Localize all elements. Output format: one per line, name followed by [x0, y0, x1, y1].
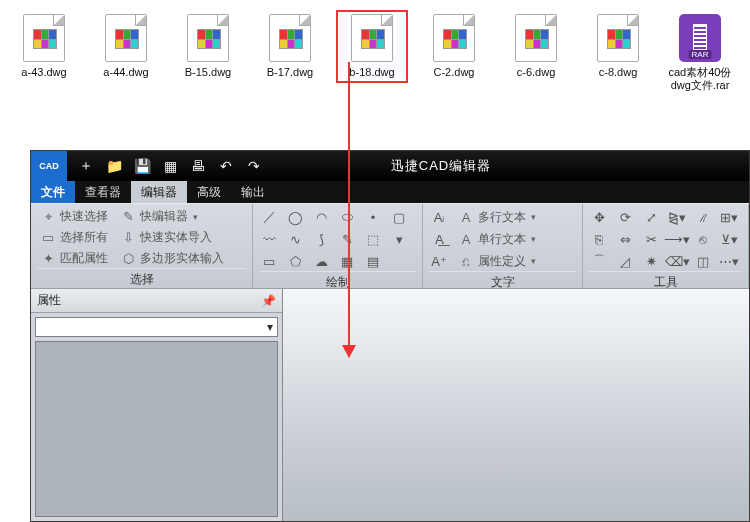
- quick-access-toolbar: ＋ 📁 💾 ▦ 🖶 ↶ ↷: [67, 157, 273, 175]
- mtext-button[interactable]: A多行文本▾: [455, 208, 539, 227]
- rotate-icon[interactable]: ⟳: [615, 207, 635, 227]
- match-icon: ✦: [40, 251, 56, 267]
- quick-edit-button[interactable]: ✎快编辑器▾: [117, 207, 201, 226]
- select-all-button[interactable]: ▭选择所有: [37, 228, 111, 247]
- tab-output[interactable]: 输出: [231, 181, 275, 203]
- import-icon: ⇩: [120, 230, 136, 246]
- chevron-down-icon: ▾: [531, 256, 536, 266]
- poly-input-button[interactable]: ⬡多边形实体输入: [117, 249, 227, 268]
- group-label-text: 文字: [429, 271, 576, 291]
- cursor-icon: ⌖: [40, 209, 56, 225]
- match-attr-button[interactable]: ✦匹配属性: [37, 249, 111, 268]
- undo-icon[interactable]: ↶: [217, 157, 235, 175]
- move-icon[interactable]: ✥: [589, 207, 609, 227]
- chevron-down-icon: ▾: [531, 234, 536, 244]
- erase-icon[interactable]: ⌫▾: [667, 251, 687, 271]
- tab-file[interactable]: 文件: [31, 181, 75, 203]
- ellipse-icon[interactable]: ⬭: [337, 207, 357, 227]
- panel-header: 属性 📌: [31, 289, 282, 313]
- file-item-7[interactable]: c-8.dwg: [586, 14, 650, 79]
- spline-icon[interactable]: ∿: [285, 229, 305, 249]
- trim-icon[interactable]: ✂: [641, 229, 661, 249]
- panel-body: [35, 341, 278, 517]
- array-icon[interactable]: ⊞▾: [719, 207, 739, 227]
- dwg-icon: [105, 14, 147, 62]
- hatch-icon[interactable]: ▦: [337, 251, 357, 271]
- save-icon[interactable]: 💾: [133, 157, 151, 175]
- attr-icon: ⎌: [458, 253, 474, 269]
- file-item-3[interactable]: B-17.dwg: [258, 14, 322, 79]
- property-combo[interactable]: ▾: [35, 317, 278, 337]
- file-item-2[interactable]: B-15.dwg: [176, 14, 240, 79]
- mirror-icon[interactable]: ⧎▾: [667, 207, 687, 227]
- mtext-label: 多行文本: [478, 209, 526, 226]
- cloud-icon[interactable]: ☁: [311, 251, 331, 271]
- redo-icon[interactable]: ↷: [245, 157, 263, 175]
- file-item-8[interactable]: RARcad素材40份dwg文件.rar: [668, 14, 732, 92]
- arc-icon[interactable]: ◠: [311, 207, 331, 227]
- print-icon[interactable]: 🖶: [189, 157, 207, 175]
- quick-import-label: 快速实体导入: [140, 229, 212, 246]
- textstyle1-icon[interactable]: Aᵢ: [429, 207, 449, 227]
- textstyle3-icon[interactable]: A⁺: [429, 251, 449, 271]
- mtext-icon: A: [458, 209, 474, 225]
- tab-editor[interactable]: 编辑器: [131, 181, 187, 203]
- curve-icon[interactable]: ⟆: [311, 229, 331, 249]
- boundary-icon[interactable]: ⬚: [363, 229, 383, 249]
- pdf-icon[interactable]: ▦: [161, 157, 179, 175]
- chevron-down-icon[interactable]: ▾: [389, 229, 409, 249]
- block-icon[interactable]: ◫: [693, 251, 713, 271]
- fillet-icon[interactable]: ⌒: [589, 251, 609, 271]
- line-icon[interactable]: ／: [259, 207, 279, 227]
- tab-viewer[interactable]: 查看器: [75, 181, 131, 203]
- freehand-icon[interactable]: ✎: [337, 229, 357, 249]
- file-item-5[interactable]: C-2.dwg: [422, 14, 486, 79]
- scale-icon[interactable]: ⤢: [641, 207, 661, 227]
- drawing-canvas[interactable]: [283, 289, 749, 521]
- tab-advanced[interactable]: 高级: [187, 181, 231, 203]
- quick-select-button[interactable]: ⌖快速选择: [37, 207, 111, 226]
- textstyle2-icon[interactable]: A͟: [429, 229, 449, 249]
- more-icon[interactable]: ⋯▾: [719, 251, 739, 271]
- pin-icon[interactable]: 📌: [260, 293, 276, 309]
- dwg-icon: [433, 14, 475, 62]
- dwg-icon: [23, 14, 65, 62]
- group-label-tools: 工具: [589, 271, 742, 291]
- point-icon[interactable]: •: [363, 207, 383, 227]
- region-icon[interactable]: ▢: [389, 207, 409, 227]
- attrdef-button[interactable]: ⎌属性定义▾: [455, 252, 539, 271]
- polygon2-icon[interactable]: ⬠: [285, 251, 305, 271]
- circle-icon[interactable]: ◯: [285, 207, 305, 227]
- stext-button[interactable]: A单行文本▾: [455, 230, 539, 249]
- explode-icon[interactable]: ✷: [641, 251, 661, 271]
- extend-icon[interactable]: ⟶▾: [667, 229, 687, 249]
- stretch-icon[interactable]: ⇔: [615, 229, 635, 249]
- polyline-icon[interactable]: 〰: [259, 229, 279, 249]
- quick-import-button[interactable]: ⇩快速实体导入: [117, 228, 215, 247]
- file-item-1[interactable]: a-44.dwg: [94, 14, 158, 79]
- ribbon: ⌖快速选择 ✎快编辑器▾ ▭选择所有 ⇩快速实体导入 ✦匹配属性 ⬡多边形实体输…: [31, 203, 749, 289]
- poly-input-label: 多边形实体输入: [140, 250, 224, 267]
- break-icon[interactable]: ⎋: [693, 229, 713, 249]
- table-icon[interactable]: ▤: [363, 251, 383, 271]
- chamfer-icon[interactable]: ◿: [615, 251, 635, 271]
- offset-icon[interactable]: ⫽: [693, 207, 713, 227]
- chevron-down-icon[interactable]: ▾: [267, 320, 273, 334]
- open-icon[interactable]: 📁: [105, 157, 123, 175]
- ribbon-group-draw: ／ ◯ ◠ ⬭ • ▢ 〰 ∿ ⟆ ✎ ⬚ ▾ ▭ ⬠: [253, 204, 423, 288]
- quick-select-label: 快速选择: [60, 208, 108, 225]
- join-icon[interactable]: ⊻▾: [719, 229, 739, 249]
- ribbon-group-select: ⌖快速选择 ✎快编辑器▾ ▭选择所有 ⇩快速实体导入 ✦匹配属性 ⬡多边形实体输…: [31, 204, 253, 288]
- match-attr-label: 匹配属性: [60, 250, 108, 267]
- ribbon-group-tools: ✥ ⟳ ⤢ ⧎▾ ⫽ ⊞▾ ⎘ ⇔ ✂ ⟶▾ ⎋ ⊻▾ ⌒ ◿: [583, 204, 749, 288]
- group-label-select: 选择: [37, 268, 246, 288]
- copy-icon[interactable]: ⎘: [589, 229, 609, 249]
- file-item-0[interactable]: a-43.dwg: [12, 14, 76, 79]
- new-icon[interactable]: ＋: [77, 157, 95, 175]
- file-label: a-44.dwg: [91, 66, 161, 79]
- file-item-6[interactable]: c-6.dwg: [504, 14, 568, 79]
- ribbon-group-text: Aᵢ A多行文本▾ A͟ A单行文本▾ A⁺ ⎌属性定义▾ 文字: [423, 204, 583, 288]
- dwg-icon: [351, 14, 393, 62]
- file-label: B-17.dwg: [255, 66, 325, 79]
- rectangle-icon[interactable]: ▭: [259, 251, 279, 271]
